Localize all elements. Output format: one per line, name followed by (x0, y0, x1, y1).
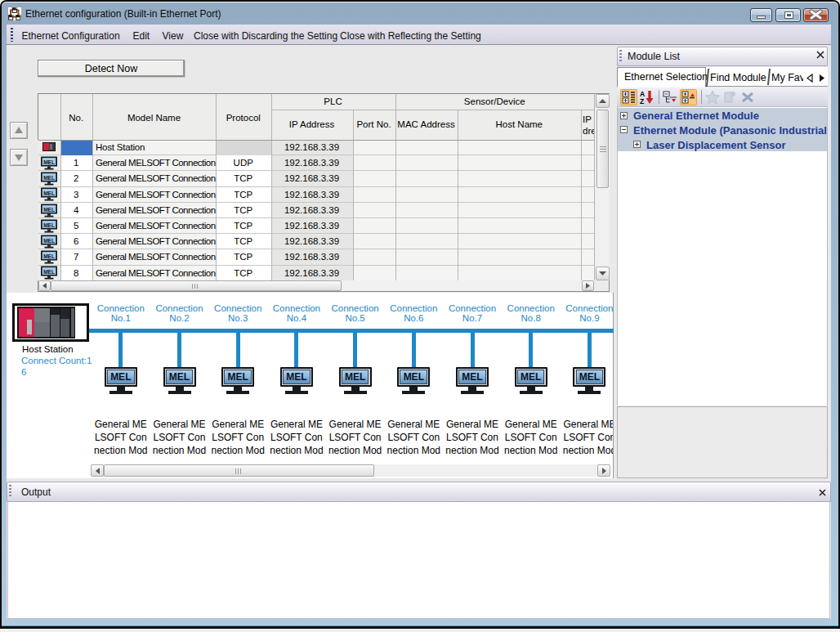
svg-text:MEL: MEL (43, 238, 55, 244)
svg-text:MEL: MEL (43, 159, 55, 165)
svg-text:MEL: MEL (43, 253, 55, 259)
svg-text:MEL: MEL (43, 175, 55, 181)
svg-text:MEL: MEL (43, 206, 55, 212)
svg-text:Z: Z (640, 97, 644, 105)
svg-text:MEL: MEL (43, 269, 55, 275)
svg-text:MEL: MEL (43, 222, 55, 227)
svg-text:MEL: MEL (43, 190, 55, 196)
